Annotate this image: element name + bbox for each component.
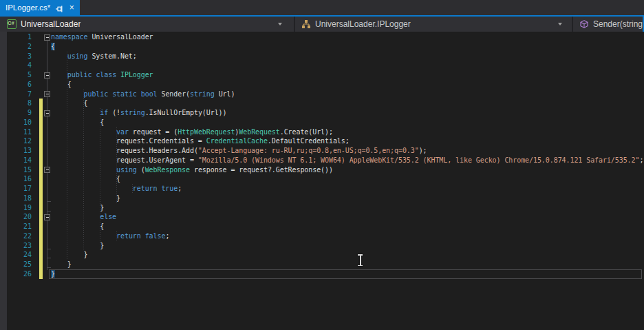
code-text: } bbox=[51, 250, 87, 260]
chevron-down-icon[interactable] bbox=[278, 23, 282, 25]
code-line[interactable]: 15 using (WebResponse response = request… bbox=[0, 165, 644, 175]
code-line[interactable]: 5 public class IPLogger bbox=[0, 70, 644, 80]
line-number: 6 bbox=[0, 80, 32, 90]
pin-icon[interactable] bbox=[55, 3, 63, 12]
code-text: return true; bbox=[51, 184, 182, 194]
modified-line-marker bbox=[39, 212, 43, 222]
line-number: 9 bbox=[0, 108, 32, 118]
project-dropdown-label: UniversalLoader bbox=[21, 19, 80, 29]
code-text: namespace UniversalLoader bbox=[51, 32, 153, 42]
modified-line-marker bbox=[39, 250, 43, 260]
modified-line-marker bbox=[39, 146, 43, 156]
close-icon[interactable]: × bbox=[67, 3, 76, 12]
modified-line-marker bbox=[39, 184, 43, 194]
navigation-bar: C# UniversalLoader UniversalLoader.IPLog… bbox=[0, 17, 644, 32]
line-number: 8 bbox=[0, 99, 32, 108]
code-line[interactable]: 1namespace UniversalLoader bbox=[0, 32, 644, 42]
line-number: 13 bbox=[0, 146, 32, 156]
csharp-project-icon: C# bbox=[7, 19, 17, 29]
code-text: request.UserAgent = "Mozilla/5.0 (Window… bbox=[51, 156, 643, 165]
modified-line-marker bbox=[39, 99, 43, 108]
code-text: public class IPLogger bbox=[51, 70, 153, 80]
modified-line-marker bbox=[39, 156, 43, 165]
code-text: request.Headers.Add("Accept-Language: ru… bbox=[51, 146, 427, 156]
member-dropdown[interactable]: Sender(string U bbox=[573, 17, 644, 32]
line-number: 12 bbox=[0, 136, 32, 146]
code-line[interactable]: 9 if (!string.IsNullOrEmpty(Url)) bbox=[0, 108, 644, 118]
fold-collapse-box[interactable] bbox=[44, 91, 50, 97]
code-line[interactable]: 19 } bbox=[0, 203, 644, 213]
code-text: } bbox=[51, 269, 55, 279]
method-icon bbox=[579, 19, 589, 29]
chevron-down-icon[interactable] bbox=[558, 23, 562, 25]
modified-line-marker bbox=[39, 127, 43, 137]
line-number: 19 bbox=[0, 203, 32, 213]
code-text: { bbox=[51, 80, 72, 90]
fold-collapse-box[interactable] bbox=[44, 214, 50, 220]
modified-line-marker bbox=[39, 222, 43, 231]
code-line[interactable]: 2{ bbox=[0, 42, 644, 52]
fold-collapse-box[interactable] bbox=[44, 72, 50, 79]
code-line[interactable]: 16 { bbox=[0, 174, 644, 184]
code-line[interactable]: 24 } bbox=[0, 250, 644, 260]
ibeam-cursor-icon bbox=[357, 254, 363, 267]
code-line[interactable]: 13 request.Headers.Add("Accept-Language:… bbox=[0, 146, 644, 156]
code-text: request.Credentials = CredentialCache.De… bbox=[51, 136, 350, 146]
class-icon bbox=[301, 19, 311, 29]
modified-line-marker bbox=[39, 194, 43, 203]
code-line[interactable]: 12 request.Credentials = CredentialCache… bbox=[0, 136, 644, 146]
modified-line-marker bbox=[39, 108, 43, 118]
modified-line-marker bbox=[39, 269, 43, 279]
line-number: 5 bbox=[0, 70, 32, 80]
modified-line-marker bbox=[39, 231, 43, 241]
navbar-separator bbox=[294, 17, 295, 32]
modified-line-marker bbox=[39, 174, 43, 184]
tab-iplogger[interactable]: IPLogger.cs* × bbox=[0, 0, 80, 15]
fold-collapse-box[interactable] bbox=[44, 110, 50, 116]
code-line[interactable]: 23 } bbox=[0, 241, 644, 251]
code-line[interactable]: 17 return true; bbox=[0, 184, 644, 194]
code-line[interactable]: 26} bbox=[0, 269, 644, 279]
code-text: { bbox=[51, 118, 104, 127]
code-text: else bbox=[51, 212, 116, 222]
code-text: } bbox=[51, 194, 120, 203]
code-text: using System.Net; bbox=[51, 52, 137, 61]
code-line[interactable]: 14 request.UserAgent = "Mozilla/5.0 (Win… bbox=[0, 156, 644, 165]
code-text: using (WebResponse response = request?.G… bbox=[51, 165, 333, 175]
code-editor[interactable]: 1namespace UniversalLoader2{3 using Syst… bbox=[0, 32, 644, 330]
line-number: 16 bbox=[0, 174, 32, 184]
code-text: return false; bbox=[51, 231, 169, 241]
member-dropdown-label: Sender(string U bbox=[593, 19, 644, 29]
code-text: { bbox=[51, 99, 87, 108]
line-number: 11 bbox=[0, 127, 32, 137]
code-line[interactable]: 4 bbox=[0, 61, 644, 70]
type-dropdown[interactable]: UniversalLoader.IPLogger bbox=[295, 17, 572, 32]
code-line[interactable]: 6 { bbox=[0, 80, 644, 90]
code-line[interactable]: 25 } bbox=[0, 260, 644, 269]
code-line[interactable]: 7 public static bool Sender(string Url) bbox=[0, 90, 644, 99]
line-number: 4 bbox=[0, 61, 32, 70]
code-text: if (!string.IsNullOrEmpty(Url)) bbox=[51, 108, 226, 118]
code-line[interactable]: 18 } bbox=[0, 194, 644, 203]
code-line[interactable]: 11 var request = (HttpWebRequest)WebRequ… bbox=[0, 127, 644, 137]
project-dropdown[interactable]: C# UniversalLoader bbox=[0, 17, 294, 32]
line-number: 23 bbox=[0, 241, 32, 251]
line-number: 2 bbox=[0, 42, 32, 52]
vs-editor-window: IPLogger.cs* × C# UniversalLoader bbox=[0, 0, 644, 330]
line-number: 7 bbox=[0, 90, 32, 99]
code-line[interactable]: 8 { bbox=[0, 99, 644, 108]
tab-strip: IPLogger.cs* × bbox=[0, 0, 644, 15]
modified-line-marker bbox=[39, 203, 43, 213]
line-number: 3 bbox=[0, 52, 32, 61]
code-line[interactable]: 21 { bbox=[0, 222, 644, 231]
modified-line-marker bbox=[39, 241, 43, 251]
code-line[interactable]: 3 using System.Net; bbox=[0, 52, 644, 61]
tab-title: IPLogger.cs* bbox=[0, 3, 50, 12]
code-line[interactable]: 20 else bbox=[0, 212, 644, 222]
code-text: } bbox=[51, 241, 104, 251]
code-text: } bbox=[51, 203, 104, 213]
fold-collapse-box[interactable] bbox=[44, 167, 50, 173]
code-line[interactable]: 10 { bbox=[0, 118, 644, 127]
fold-collapse-box[interactable] bbox=[44, 34, 50, 41]
code-line[interactable]: 22 return false; bbox=[0, 231, 644, 241]
